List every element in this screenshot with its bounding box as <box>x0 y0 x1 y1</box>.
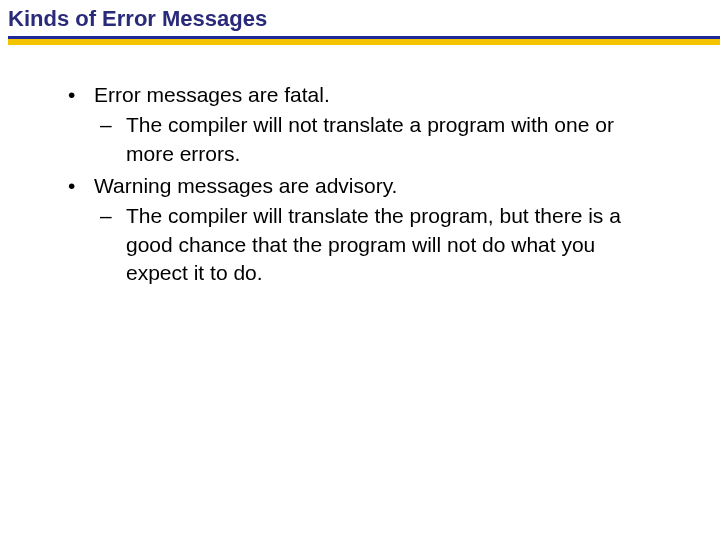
list-item: The compiler will translate the program,… <box>94 202 660 287</box>
sub-list: The compiler will not translate a progra… <box>94 111 660 168</box>
sub-bullet-text: The compiler will not translate a progra… <box>126 113 614 164</box>
sub-bullet-text: The compiler will translate the program,… <box>126 204 621 284</box>
page-title: Kinds of Error Messages <box>8 6 720 32</box>
list-item: Error messages are fatal. The compiler w… <box>60 81 660 168</box>
slide: Kinds of Error Messages Error messages a… <box>0 0 720 540</box>
bullet-text: Error messages are fatal. <box>94 83 330 106</box>
list-item: The compiler will not translate a progra… <box>94 111 660 168</box>
sub-list: The compiler will translate the program,… <box>94 202 660 287</box>
title-block: Kinds of Error Messages <box>0 0 720 45</box>
bullet-list: Error messages are fatal. The compiler w… <box>60 81 660 287</box>
bullet-text: Warning messages are advisory. <box>94 174 397 197</box>
list-item: Warning messages are advisory. The compi… <box>60 172 660 287</box>
content-area: Error messages are fatal. The compiler w… <box>0 45 720 287</box>
